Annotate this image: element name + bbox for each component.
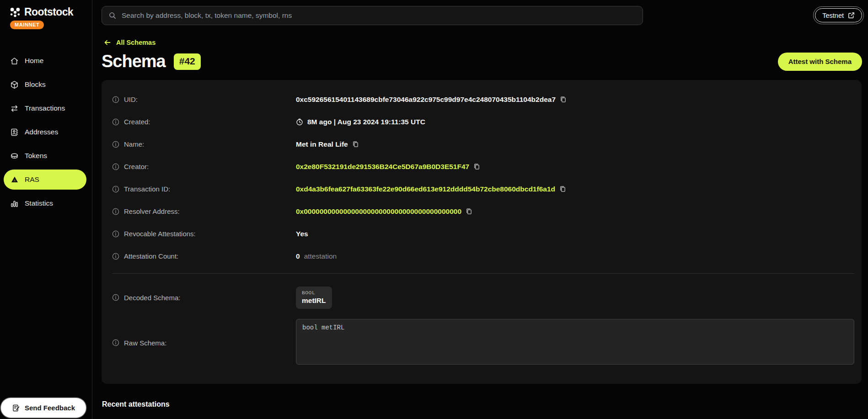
- back-link-label: All Schemas: [116, 39, 155, 46]
- copy-icon[interactable]: [352, 141, 359, 148]
- detail-row-raw-schema: Raw Schema: bool metIRL: [102, 315, 862, 370]
- info-icon: [112, 208, 119, 215]
- detail-row-resolver-address: Resolver Address: 0x00000000000000000000…: [102, 200, 862, 223]
- created-value: 8M ago | Aug 23 2024 19:11:35 UTC: [307, 118, 425, 126]
- sidebar-item-label: Transactions: [25, 104, 65, 112]
- info-icon: [112, 186, 119, 193]
- send-feedback-label: Send Feedback: [25, 404, 75, 412]
- attestation-triangle-icon: [11, 175, 19, 184]
- external-link-icon: [848, 12, 855, 19]
- info-icon: [112, 118, 119, 126]
- home-icon: [10, 57, 19, 65]
- schema-field-type: BOOL: [302, 290, 326, 296]
- sidebar-nav: Home Blocks Transactions: [0, 51, 92, 213]
- logo-text[interactable]: Rootstock: [24, 6, 73, 18]
- info-icon: [112, 141, 119, 148]
- swap-arrows-icon: [10, 104, 19, 113]
- detail-row-attestation-count: Attestation Count: 0 attestation: [102, 245, 862, 267]
- info-icon: [112, 230, 119, 238]
- sidebar-item-label: Home: [25, 57, 43, 65]
- feedback-pencil-icon: [12, 404, 20, 412]
- detail-row-creator: Creator: 0x2e80F532191de291536B24Ce5D67a…: [102, 155, 862, 178]
- transaction-id-link[interactable]: 0xd4a3b6fea627fa63363fe22e90d66ed613e912…: [296, 185, 555, 193]
- sidebar-item-transactions[interactable]: Transactions: [0, 98, 92, 118]
- sidebar-item-label: Tokens: [25, 152, 47, 160]
- resolver-address-label: Resolver Address:: [124, 207, 180, 215]
- raw-schema-label: Raw Schema:: [124, 339, 166, 347]
- detail-row-created: Created: 8M ago | Aug 23 2024 19:11:35 U…: [102, 111, 862, 133]
- back-to-all-schemas-link[interactable]: All Schemas: [104, 39, 155, 46]
- info-icon: [112, 253, 119, 260]
- detail-row-uid: UID: 0xc59265615401143689cbfe73046a922c9…: [102, 88, 862, 111]
- cube-icon: [10, 80, 19, 89]
- decoded-schema-label: Decoded Schema:: [124, 294, 180, 302]
- schema-number-badge: #42: [174, 53, 201, 70]
- info-icon: [112, 294, 119, 301]
- sidebar-item-blocks[interactable]: Blocks: [0, 74, 92, 95]
- creator-address-link[interactable]: 0x2e80F532191de291536B24Ce5D67a9B0D3E51F…: [296, 163, 469, 171]
- raw-schema-textarea[interactable]: bool metIRL: [296, 319, 854, 365]
- detail-row-name: Name: Met in Real Life: [102, 133, 862, 155]
- panel-divider: [112, 273, 854, 274]
- search-input[interactable]: [122, 11, 636, 20]
- contact-card-icon: [10, 128, 19, 137]
- sidebar-item-addresses[interactable]: Addresses: [0, 122, 92, 142]
- copy-icon[interactable]: [466, 208, 472, 215]
- detail-row-decoded-schema: Decoded Schema: BOOL metIRL: [102, 280, 862, 315]
- uid-value: 0xc59265615401143689cbfe73046a922c975c99…: [296, 95, 556, 104]
- search-icon: [108, 11, 117, 20]
- sidebar-item-label: Blocks: [25, 80, 46, 89]
- main-content: Testnet All Schemas Schema #42 Attest wi…: [92, 0, 868, 419]
- logo-area: Rootstock MAINNET: [0, 0, 92, 29]
- detail-row-transaction-id: Transaction ID: 0xd4a3b6fea627fa63363fe2…: [102, 178, 862, 200]
- testnet-label: Testnet: [822, 12, 844, 19]
- uid-label: UID:: [124, 95, 138, 103]
- creator-label: Creator:: [124, 163, 149, 170]
- attestation-count-suffix: attestation: [304, 252, 337, 260]
- copy-icon[interactable]: [559, 186, 566, 192]
- network-switcher: Testnet: [813, 6, 864, 24]
- info-icon: [112, 339, 119, 346]
- sidebar-item-label: RAS: [25, 175, 39, 184]
- attest-with-schema-button[interactable]: Attest with Schema: [778, 53, 862, 71]
- coin-icon: [10, 152, 19, 160]
- sidebar-item-ras[interactable]: RAS: [4, 170, 86, 190]
- clock-icon: [296, 118, 303, 126]
- sidebar-item-statistics[interactable]: Statistics: [0, 193, 92, 213]
- page-title: Schema: [102, 52, 166, 71]
- sidebar-item-tokens[interactable]: Tokens: [0, 146, 92, 166]
- schema-field-name: metIRL: [302, 297, 326, 305]
- created-label: Created:: [124, 118, 150, 126]
- title-row: Schema #42 Attest with Schema: [102, 52, 868, 71]
- info-icon: [112, 163, 119, 170]
- attestation-count-value: 0: [296, 252, 300, 260]
- copy-icon[interactable]: [560, 96, 567, 103]
- send-feedback-button[interactable]: Send Feedback: [1, 398, 86, 418]
- back-arrow-icon: [104, 39, 111, 46]
- info-icon: [112, 96, 119, 103]
- attestation-count-label: Attestation Count:: [124, 252, 178, 260]
- name-value: Met in Real Life: [296, 140, 348, 149]
- transaction-id-label: Transaction ID:: [124, 185, 170, 193]
- sidebar-item-label: Statistics: [25, 199, 53, 207]
- schema-detail-panel: UID: 0xc59265615401143689cbfe73046a922c9…: [102, 80, 862, 384]
- copy-icon[interactable]: [473, 163, 480, 170]
- testnet-button[interactable]: Testnet: [815, 8, 862, 22]
- resolver-address-link[interactable]: 0x00000000000000000000000000000000000000…: [296, 207, 461, 216]
- detail-row-revocable: Revocable Attestations: Yes: [102, 223, 862, 245]
- sidebar: Rootstock MAINNET Home Blocks: [0, 0, 92, 419]
- revocable-label: Revocable Attestations:: [124, 230, 196, 238]
- schema-field-chip: BOOL metIRL: [296, 286, 332, 309]
- network-badge[interactable]: MAINNET: [10, 21, 44, 29]
- recent-attestations-heading: Recent attestations: [102, 400, 868, 408]
- bar-chart-icon: [10, 199, 19, 208]
- search-bar[interactable]: [102, 6, 643, 25]
- sidebar-item-label: Addresses: [25, 128, 58, 136]
- rootstock-logo-icon: [9, 6, 21, 18]
- sidebar-item-home[interactable]: Home: [0, 51, 92, 71]
- name-label: Name:: [124, 140, 144, 148]
- revocable-value: Yes: [296, 230, 308, 238]
